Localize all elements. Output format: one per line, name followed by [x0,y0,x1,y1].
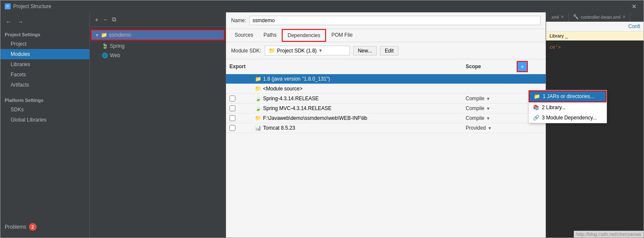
dep-row-spring[interactable]: 🍃 Spring-4.3.14.RELEASE Compile ▼ [226,94,546,104]
dep-scope-spring: Compile ▼ [466,96,517,102]
dropdown-item-library-label: 2 Library... [542,104,566,110]
header-actions: + [517,61,542,72]
editor-tab-bar: .xml ✕ 🔧 controller-bean.xml ✕ [546,12,644,22]
module-tree-item-spring[interactable]: 🍃 Spring [90,41,226,51]
module-area: + − ⧉ ▼ 📁 ssmdemo 🍃 Spri [90,12,226,238]
editor-panel: .xml ✕ 🔧 controller-bean.xml ✕ Confi Lib… [546,12,644,238]
forward-button[interactable]: → [16,17,25,26]
controller-bean-close-icon[interactable]: ✕ [622,15,626,19]
sidebar-item-facets[interactable]: Facets [0,70,89,80]
name-bar: Name: [226,12,546,29]
tab-dependencies[interactable]: Dependencies [282,29,326,42]
dropdown-item-module-dep[interactable]: 🔗 3 Module Dependency... [529,113,607,123]
dropdown-item-jars[interactable]: 📁 1 JARs or directories... [529,90,607,102]
dep-scope-tomcat: Provided ▼ [466,125,517,131]
add-dep-button[interactable]: + [518,62,527,71]
sdk-select[interactable]: 📁 Project SDK (1.8) ▼ [265,46,350,55]
dep-label-source: <Module source> [263,86,303,92]
sidebar-item-modules[interactable]: Modules [0,49,89,59]
back-button[interactable]: ← [4,17,13,26]
deps-header: Export Scope + [226,59,546,74]
scope-arrow-spring-mvc[interactable]: ▼ [486,106,490,111]
dep-checkbox-spring-mvc[interactable] [229,105,235,111]
module-name-spring: Spring [110,43,125,49]
tab-sources[interactable]: Sources [229,29,258,41]
copy-module-button[interactable]: ⧉ [110,15,118,24]
folder-sdk-icon: 📁 [269,47,275,54]
tab-dependencies-label: Dependencies [288,32,321,38]
dep-label-webinf: F:\Javaweb\demo\ssmdemo\web\WEB-INF\lib [263,115,367,121]
tabs-bar: Sources Paths Dependencies POM File [226,29,546,42]
sidebar-item-libraries[interactable]: Libraries [0,59,89,70]
code-line: ce'> [550,44,640,51]
tab-paths-label: Paths [263,32,277,38]
dep-checkbox-webinf[interactable] [229,115,235,121]
dep-export-tomcat [229,125,255,131]
module-tree-item-web[interactable]: 🌐 Web [90,51,226,60]
tab-paths[interactable]: Paths [258,29,282,41]
dep-checkbox-tomcat[interactable] [229,125,235,131]
dep-row-spring-mvc[interactable]: 🍃 Spring MVC-4.3.14.RELEASE Compile ▼ [226,104,546,113]
xml-tab-label: .xml [550,15,559,20]
window-icon: P [5,3,11,9]
tab-pom-file[interactable]: POM File [326,29,358,41]
library-icon: 📚 [533,104,539,110]
scope-arrow-spring[interactable]: ▼ [486,96,490,101]
tomcat-icon: 📊 [255,125,261,131]
close-button[interactable]: ✕ [629,2,639,11]
scope-value-tomcat: Provided [466,125,486,131]
dep-row-module-source[interactable]: 📁 <Module source> [226,84,546,94]
name-input[interactable] [249,16,541,25]
remove-module-button[interactable]: − [102,15,109,24]
module-toolbar: + − ⧉ [90,12,226,27]
problems-label: Problems [5,224,26,230]
editor-tab-controller-bean[interactable]: 🔧 controller-bean.xml ✕ [569,12,630,21]
sidebar-item-artifacts[interactable]: Artifacts [0,80,89,90]
dep-name-jdk: 📁 1.8 (java version "1.8.0_131") [255,76,466,82]
main-content: ← → Project Settings Project Modules Lib… [0,12,644,238]
sidebar-item-sdks[interactable]: SDKs [0,104,89,115]
dep-label-spring-mvc: Spring MVC-4.3.14.RELEASE [263,105,332,111]
problems-section: Problems 2 [0,220,89,234]
dep-row-webinf[interactable]: 📁 F:\Javaweb\demo\ssmdemo\web\WEB-INF\li… [226,113,546,123]
dep-export-spring-mvc [229,105,255,111]
xml-close-icon[interactable]: ✕ [561,15,564,19]
expand-icon: ▼ [95,33,99,38]
module-sdk-bar: Module SDK: 📁 Project SDK (1.8) ▼ New...… [226,42,546,59]
scope-arrow-webinf[interactable]: ▼ [486,116,490,121]
scope-arrow-tomcat[interactable]: ▼ [487,126,492,131]
spring-icon: 🍃 [102,43,108,49]
webinf-icon: 📁 [255,115,261,121]
deps-table: Export Scope + [226,59,546,238]
editor-tab-xml[interactable]: .xml ✕ [546,12,569,21]
tab-sources-label: Sources [235,32,253,38]
sdk-label: Module SDK: [231,48,261,54]
bottom-url: http://blog.csdn.net/chensanwa [574,231,644,238]
module-tree-item-ssmdemo[interactable]: ▼ 📁 ssmdemo [92,30,224,40]
module-tree: ▼ 📁 ssmdemo 🍃 Spring 🌐 Web [90,27,226,238]
sdk-new-button[interactable]: New... [353,46,377,55]
sidebar-item-project[interactable]: Project [0,39,89,49]
dep-name-webinf: 📁 F:\Javaweb\demo\ssmdemo\web\WEB-INF\li… [255,115,466,121]
controller-bean-label: controller-bean.xml [581,15,621,20]
add-module-button[interactable]: + [93,15,100,24]
sidebar-item-libraries-label: Libraries [11,61,30,67]
dropdown-item-library[interactable]: 📚 2 Library... [529,102,607,113]
sdk-edit-button[interactable]: Edit [380,46,398,55]
sidebar-item-sdks-label: SDKs [11,107,24,113]
dep-checkbox-spring[interactable] [229,96,235,102]
sidebar-item-global-libraries[interactable]: Global Libraries [0,115,89,125]
dep-name-source: 📁 <Module source> [255,86,466,92]
library-label-bar: Library _ [546,32,644,41]
scope-value-spring-mvc: Compile [466,105,484,111]
jars-folder-icon: 📁 [534,93,540,99]
dep-row-jdk[interactable]: 📁 1.8 (java version "1.8.0_131") [226,74,546,84]
spring-dep-icon: 🍃 [255,96,261,102]
dropdown-item-module-dep-label: 3 Module Dependency... [542,115,597,121]
dep-row-tomcat[interactable]: 📊 Tomcat 8.5.23 Provided ▼ [226,123,546,133]
header-scope: Scope [466,64,517,70]
folder-icon: 📁 [101,32,107,38]
title-bar: P Project Structure ✕ [0,0,644,12]
module-dep-icon: 🔗 [533,115,539,121]
confi-link[interactable]: Confi [546,22,644,32]
